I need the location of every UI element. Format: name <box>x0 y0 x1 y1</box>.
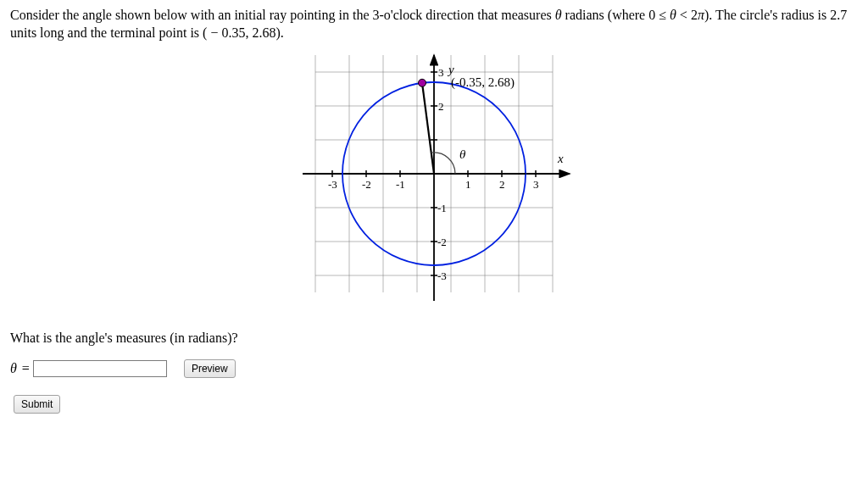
y-tick-3: 3 <box>438 66 444 79</box>
answer-equals-label: = <box>22 361 30 376</box>
terminal-point-label: (-0.35, 2.68) <box>451 75 515 90</box>
x-tick-3: 3 <box>533 178 539 191</box>
angle-arc <box>431 153 455 174</box>
x-tick-1: 1 <box>465 178 471 191</box>
x-tick-neg2: -2 <box>362 178 371 191</box>
problem-text-3: < 2 <box>676 8 698 22</box>
y-tick-2: 2 <box>438 100 444 113</box>
x-tick-2: 2 <box>499 178 505 191</box>
answer-input[interactable] <box>33 360 167 377</box>
y-tick-neg1: -1 <box>437 202 447 214</box>
pi-symbol: π <box>698 8 704 22</box>
answer-row: θ = Preview <box>10 359 858 378</box>
theta-symbol: θ <box>555 8 562 22</box>
y-axis-label: y <box>447 63 454 76</box>
theta-label-graph: θ <box>459 147 466 161</box>
graph-container: -3 -2 -1 1 2 3 3 2 -1 -2 -3 (-0.35, 2.68… <box>10 51 858 317</box>
y-tick-neg3: -3 <box>437 270 447 282</box>
submit-container: Submit <box>10 395 858 414</box>
x-tick-neg3: -3 <box>328 178 337 191</box>
x-axis-label: x <box>557 152 564 165</box>
problem-text-2: radians (where 0 ≤ <box>562 8 670 22</box>
terminal-ray <box>422 82 434 173</box>
y-tick-neg2: -2 <box>437 236 447 248</box>
question-text: What is the angle's measures (in radians… <box>10 331 858 346</box>
circle-angle-diagram: -3 -2 -1 1 2 3 3 2 -1 -2 -3 (-0.35, 2.68… <box>281 51 587 314</box>
answer-theta-label: θ <box>10 361 17 376</box>
problem-statement: Consider the angle shown below with an i… <box>10 7 858 42</box>
submit-button[interactable]: Submit <box>14 395 60 414</box>
preview-button[interactable]: Preview <box>184 359 236 378</box>
terminal-point-dot <box>419 79 426 86</box>
theta-symbol-2: θ <box>670 8 676 22</box>
problem-text-1: Consider the angle shown below with an i… <box>10 8 555 22</box>
x-tick-neg1: -1 <box>396 178 405 191</box>
